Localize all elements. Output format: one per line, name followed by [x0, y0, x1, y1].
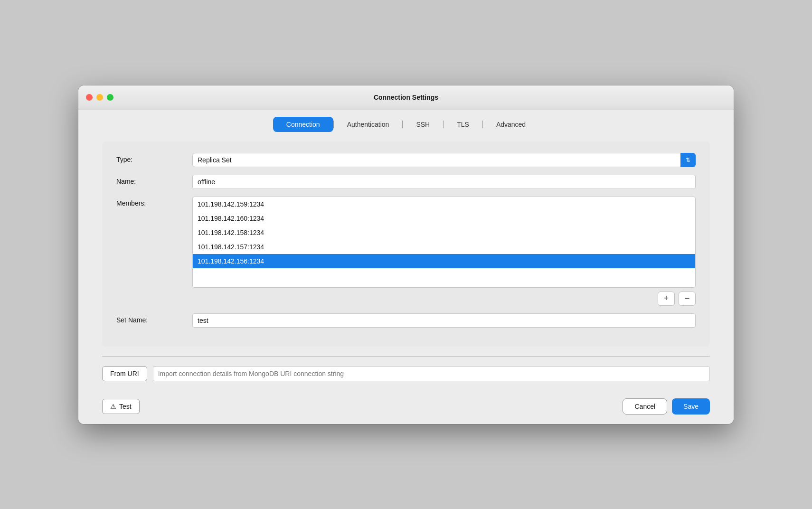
type-select-wrapper: Replica Set Standalone SRV Record ⇅ [192, 153, 696, 167]
set-name-label: Set Name: [116, 313, 192, 324]
members-list: 101.198.142.159:1234 101.198.142.160:123… [192, 197, 696, 288]
set-name-input[interactable] [192, 313, 696, 328]
tab-ssh[interactable]: SSH [403, 117, 443, 132]
member-item[interactable]: 101.198.142.160:1234 [193, 211, 695, 226]
type-label: Type: [116, 153, 192, 163]
remove-member-button[interactable]: − [679, 292, 696, 306]
uri-input[interactable] [153, 366, 710, 381]
close-button[interactable] [86, 94, 93, 101]
name-row: Name: [116, 175, 696, 189]
save-button[interactable]: Save [672, 398, 710, 415]
set-name-control [192, 313, 696, 328]
cancel-button[interactable]: Cancel [623, 398, 667, 415]
member-item[interactable]: 101.198.142.157:1234 [193, 240, 695, 254]
minimize-button[interactable] [96, 94, 103, 101]
name-control [192, 175, 696, 189]
name-input[interactable] [192, 175, 696, 189]
members-control: 101.198.142.159:1234 101.198.142.160:123… [192, 197, 696, 306]
members-label: Members: [116, 197, 192, 207]
tab-bar: Connection Authentication SSH TLS Advanc… [78, 110, 734, 132]
titlebar: Connection Settings [78, 85, 734, 110]
member-item[interactable]: 101.198.142.158:1234 [193, 226, 695, 240]
footer-left: ⚠ Test [102, 399, 140, 414]
form-area: Type: Replica Set Standalone SRV Record … [102, 141, 710, 347]
type-select[interactable]: Replica Set Standalone SRV Record [192, 153, 696, 167]
footer: ⚠ Test Cancel Save [78, 391, 734, 424]
main-content: Type: Replica Set Standalone SRV Record … [78, 132, 734, 391]
members-row: Members: 101.198.142.159:1234 101.198.14… [116, 197, 696, 306]
test-button[interactable]: ⚠ Test [102, 399, 140, 414]
type-control: Replica Set Standalone SRV Record ⇅ [192, 153, 696, 167]
from-uri-button[interactable]: From URI [102, 366, 147, 381]
set-name-row: Set Name: [116, 313, 696, 328]
tab-authentication[interactable]: Authentication [334, 117, 403, 132]
member-item-selected[interactable]: 101.198.142.156:1234 [193, 254, 695, 268]
add-member-button[interactable]: + [658, 292, 675, 306]
name-label: Name: [116, 175, 192, 185]
test-icon: ⚠ [110, 403, 116, 410]
maximize-button[interactable] [107, 94, 113, 101]
footer-right: Cancel Save [623, 398, 710, 415]
divider [102, 356, 710, 357]
tab-connection[interactable]: Connection [273, 117, 333, 132]
type-row: Type: Replica Set Standalone SRV Record … [116, 153, 696, 167]
member-item[interactable]: 101.198.142.159:1234 [193, 197, 695, 211]
connection-settings-window: Connection Settings Connection Authentic… [78, 85, 734, 424]
test-button-label: Test [119, 403, 132, 410]
member-item-empty [193, 268, 695, 287]
member-buttons: + − [192, 292, 696, 306]
window-controls [86, 94, 113, 101]
window-title: Connection Settings [374, 94, 438, 101]
tab-advanced[interactable]: Advanced [483, 117, 539, 132]
uri-row: From URI [102, 366, 710, 381]
tab-tls[interactable]: TLS [444, 117, 482, 132]
